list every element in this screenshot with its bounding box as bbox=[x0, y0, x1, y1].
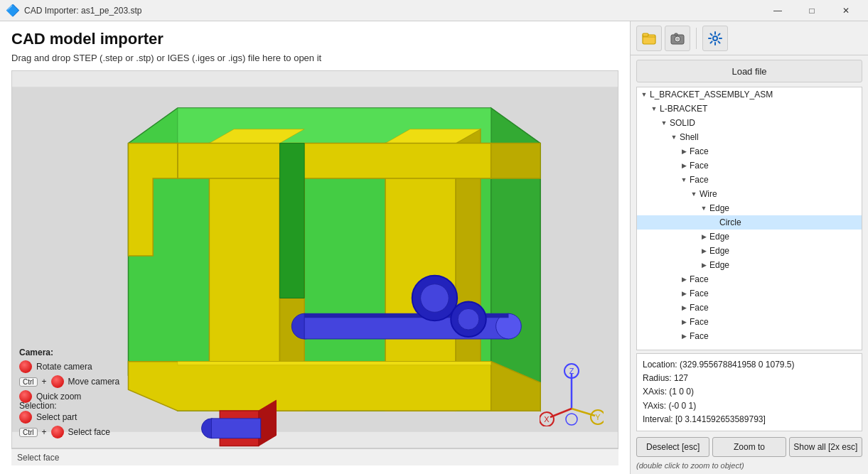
prop-interval: Interval: [0 3.141592653589793] bbox=[643, 413, 856, 426]
plus-label: + bbox=[42, 377, 47, 387]
tree-item-label: Wire bbox=[700, 189, 717, 199]
tree-item[interactable]: SOLID bbox=[637, 116, 862, 130]
svg-marker-28 bbox=[279, 144, 304, 298]
tree-item-label: Face bbox=[690, 175, 709, 185]
svg-marker-10 bbox=[128, 362, 540, 411]
svg-marker-14 bbox=[491, 144, 540, 179]
tree-arrow-icon bbox=[698, 245, 709, 257]
tree-arrow-icon bbox=[678, 274, 690, 285]
svg-point-45 bbox=[713, 36, 717, 41]
tree-arrow-icon bbox=[698, 259, 709, 271]
select-face-icon bbox=[51, 426, 64, 438]
zoom-to-button[interactable]: Zoom to bbox=[712, 437, 786, 457]
tree-arrow-icon bbox=[638, 89, 650, 100]
rotate-icon bbox=[19, 360, 32, 373]
tree-item[interactable]: L_BRACKET_ASSEMBLY_ASM bbox=[637, 87, 862, 102]
right-toolbar bbox=[631, 21, 868, 55]
tree-item[interactable]: Face bbox=[637, 286, 862, 301]
tree-arrow-icon bbox=[668, 131, 680, 143]
maximize-button[interactable]: □ bbox=[795, 0, 828, 21]
tree-item-label: L_BRACKET_ASSEMBLY_ASM bbox=[650, 90, 773, 99]
tree-item[interactable]: L-BRACKET bbox=[637, 102, 862, 116]
tree-item[interactable]: Wire bbox=[637, 187, 862, 201]
tree-arrow-icon bbox=[698, 203, 709, 214]
svg-point-38 bbox=[566, 414, 577, 425]
axes-widget: Z Y X bbox=[540, 362, 604, 426]
ctrl-badge-2: Ctrl bbox=[19, 428, 38, 437]
viewport-panel: CAD model importer Drag and drop STEP (.… bbox=[0, 21, 630, 474]
viewport-3d[interactable]: Z Y X Camera: Rotate bbox=[11, 70, 618, 448]
tree-item[interactable]: Face bbox=[637, 315, 862, 329]
tree-item[interactable]: Edge bbox=[637, 201, 862, 215]
tree-item[interactable]: Edge bbox=[637, 244, 862, 258]
hint-text: (double click to zoom to object) bbox=[631, 460, 868, 474]
tree-item[interactable]: Face bbox=[637, 173, 862, 187]
folder-open-icon bbox=[641, 31, 657, 46]
tree-arrow-icon bbox=[658, 117, 670, 129]
settings-button[interactable] bbox=[702, 26, 728, 51]
app-icon: 🔷 bbox=[6, 4, 20, 17]
tree-item[interactable]: Face bbox=[637, 272, 862, 286]
svg-rect-40 bbox=[643, 33, 648, 36]
right-panel: Load file L_BRACKET_ASSEMBLY_ASML-BRACKE… bbox=[630, 21, 868, 474]
status-select-face: Select face bbox=[17, 453, 59, 463]
tree-item-label: Circle bbox=[719, 217, 741, 227]
ctrl-badge: Ctrl bbox=[19, 377, 38, 387]
rotate-label: Rotate camera bbox=[36, 362, 92, 372]
zoom-label: Quick zoom bbox=[36, 392, 81, 402]
bottom-buttons: Deselect [esc] Zoom to Show all [2x esc] bbox=[631, 434, 868, 460]
toolbar-separator bbox=[696, 28, 697, 49]
prop-radius: Radius: 127 bbox=[643, 372, 856, 385]
tree-item-label: Face bbox=[690, 303, 709, 313]
tree-arrow-icon bbox=[678, 146, 690, 157]
tree-item-label: Face bbox=[690, 161, 709, 171]
camera-icon bbox=[670, 31, 685, 46]
tree-item-label: Edge bbox=[709, 246, 729, 256]
deselect-button[interactable]: Deselect [esc] bbox=[636, 437, 709, 457]
titlebar-controls: — □ ✕ bbox=[761, 0, 862, 21]
titlebar-left: 🔷 CAD Importer: as1_pe_203.stp bbox=[6, 4, 141, 17]
tree-item[interactable]: Face bbox=[637, 144, 862, 158]
select-face-row: Ctrl + Select face bbox=[19, 426, 110, 438]
close-button[interactable]: ✕ bbox=[830, 0, 862, 21]
camera-section-title: Camera: bbox=[19, 348, 119, 357]
svg-marker-13 bbox=[178, 144, 491, 179]
tree-arrow-icon bbox=[648, 103, 660, 114]
tree-item[interactable]: Face bbox=[637, 158, 862, 173]
svg-point-22 bbox=[458, 308, 479, 330]
select-part-label: Select part bbox=[36, 412, 77, 422]
tree-item[interactable]: Shell bbox=[637, 130, 862, 144]
app-title: CAD model importer bbox=[11, 30, 618, 48]
camera-rotate-row: Rotate camera bbox=[19, 360, 119, 373]
tree-item-label: Face bbox=[690, 274, 709, 284]
folder-open-button[interactable] bbox=[636, 26, 662, 51]
camera-button[interactable] bbox=[665, 26, 690, 51]
tree-item-label: Edge bbox=[709, 203, 729, 213]
tree-item-label: Edge bbox=[709, 232, 729, 242]
move-label: Move camera bbox=[68, 377, 120, 387]
select-part-icon bbox=[19, 411, 32, 424]
svg-marker-12 bbox=[178, 362, 491, 365]
svg-rect-44 bbox=[675, 33, 677, 36]
load-file-button[interactable]: Load file bbox=[636, 60, 862, 82]
svg-text:Y: Y bbox=[595, 413, 601, 421]
tree-arrow-icon bbox=[678, 288, 690, 299]
tree-item[interactable]: Circle bbox=[637, 215, 862, 230]
camera-info: Camera: Rotate camera Ctrl + Move camera… bbox=[19, 348, 119, 405]
app-subtitle: Drag and drop STEP (.step or .stp) or IG… bbox=[11, 53, 618, 63]
minimize-button[interactable]: — bbox=[761, 0, 794, 21]
svg-rect-26 bbox=[211, 419, 260, 438]
tree-item[interactable]: Face bbox=[637, 329, 862, 343]
prop-location: Location: (329.955678841958 0 1079.5) bbox=[643, 358, 856, 372]
tree-view[interactable]: L_BRACKET_ASSEMBLY_ASML-BRACKETSOLIDShel… bbox=[636, 87, 862, 350]
tree-item[interactable]: Face bbox=[637, 301, 862, 315]
show-all-button[interactable]: Show all [2x esc] bbox=[789, 437, 862, 457]
tree-arrow-icon bbox=[698, 231, 709, 242]
prop-xaxis: XAxis: (1 0 0) bbox=[643, 385, 856, 399]
tree-item-label: Face bbox=[690, 317, 709, 327]
selection-section-title: Selection: bbox=[19, 401, 110, 411]
tree-item[interactable]: Edge bbox=[637, 230, 862, 244]
tree-arrow-icon bbox=[678, 330, 690, 342]
tree-item[interactable]: Edge bbox=[637, 258, 862, 272]
svg-point-43 bbox=[676, 38, 679, 41]
